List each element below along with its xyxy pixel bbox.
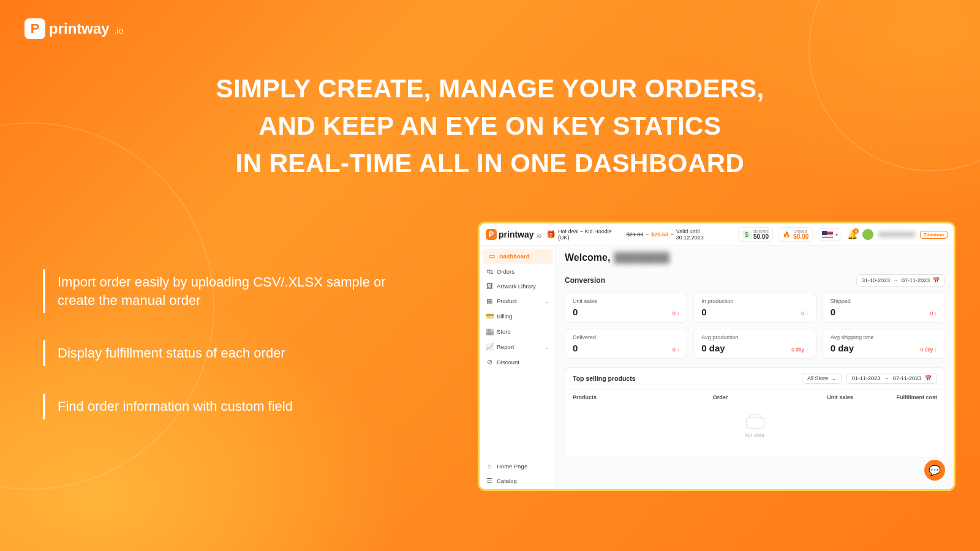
topbar: P printway .io 🎁 Hot deal – Kid Hoodie (… [480,223,954,246]
user-name-blurred [878,231,915,238]
chat-fab[interactable]: 💬 [924,460,945,481]
nav-discount[interactable]: ⊘ Discount [480,354,556,370]
app-logo[interactable]: P printway .io [486,229,541,240]
nav-catalog[interactable]: ☰ Catalog [480,473,556,489]
store-icon: 🏬 [486,328,493,335]
calendar-icon: 📅 [925,375,932,381]
date-from: 31-10-2023 [862,277,890,283]
col-products: Products [573,394,713,400]
nav-label: Report [497,343,514,350]
empty-state: No data [565,405,945,457]
nav-home-page[interactable]: ⌂ Home Page [480,459,556,473]
app-logo-badge: P [486,229,497,240]
chevron-down-icon: ⌄ [545,344,549,350]
top-selling-columns: Products Order Unit sales Fulfillment co… [565,389,945,405]
notifications-button[interactable]: 🔔 0 [847,230,858,239]
notification-badge: 0 [853,228,859,234]
hot-deal-text: Hot deal – Kid Hoodie (UK) [558,228,624,241]
top-selling-title: Top selling products [573,375,635,382]
chat-icon: 💬 [929,465,941,476]
nav-label: Artwork Library [497,283,536,290]
nav-label: Discount [497,359,519,365]
calendar-icon: 📅 [933,277,940,283]
bullet-3: Find order information with custom field [43,394,386,419]
discount-icon: ⊘ [486,358,493,366]
welcome-heading: Welcome, ████████ [565,252,945,263]
unpaid-box[interactable]: 🔥 Unpaid $0.00 [778,227,813,242]
billing-icon: 💳 [486,312,493,320]
balance-value: $0.00 [753,233,769,240]
report-icon: 📈 [486,343,493,351]
app-logo-suffix: .io [536,233,542,239]
hot-deal-price: $20.53 [651,231,668,238]
avatar[interactable] [862,229,873,240]
col-order: Order [713,394,783,400]
feature-bullets: Import order easily by uploading CSV/.XL… [43,269,386,447]
hero-line-3: IN REAL-TIME ALL IN ONE DASHBOARD [236,149,745,178]
flag-us-icon [822,231,833,238]
card-in-production: In production 00 ↓ [693,293,816,323]
nav-label: Product [497,298,517,304]
main-content: Welcome, ████████ Conversion 31-10-2023 … [556,246,954,491]
brand-logo: P printway .io [24,18,123,39]
card-avg-production: Avg production 0 day0 day ↓ [693,329,816,359]
locale-selector[interactable]: ▾ [818,228,842,241]
nav-label: Catalog [497,478,517,484]
card-shipped: Shipped 00 ↓ [823,293,945,323]
nav-label: Home Page [497,463,527,470]
balance-icon: $ [742,230,751,239]
date-to: 07-11-2023 [902,277,930,283]
hot-deal-banner[interactable]: 🎁 Hot deal – Kid Hoodie (UK) $21.03 – $2… [546,228,728,241]
balance-box[interactable]: $ Balance $0.00 [738,227,773,242]
catalog-icon: ☰ [486,477,493,485]
tier-badge: Titanium [920,231,948,239]
card-delivered: Delivered 00 ↓ [565,329,687,359]
welcome-name-blurred: ████████ [614,252,669,263]
nav-dashboard[interactable]: ▭ Dashboard [482,249,553,264]
unpaid-icon: 🔥 [782,230,791,239]
top-selling-date-range[interactable]: 01-11-2023 → 07-11-2023 📅 [846,373,937,384]
nav-report[interactable]: 📈 Report ⌄ [480,339,556,354]
hot-deal-valid: Valid until 30.12.2023 [676,228,728,241]
empty-box-icon [746,418,764,429]
bullet-1: Import order easily by uploading CSV/.XL… [43,269,386,313]
nav-store[interactable]: 🏬 Store [480,324,556,339]
chevron-down-icon: ▾ [835,232,838,238]
brand-logo-suffix: .io [115,26,124,36]
conversion-title: Conversion [565,276,605,285]
hero-line-2: AND KEEP AN EYE ON KEY STATICS [259,111,722,140]
dashboard-icon: ▭ [488,252,496,260]
card-unit-sales: Unit sales 00 ↓ [565,293,687,323]
dashboard-screenshot: P printway .io 🎁 Hot deal – Kid Hoodie (… [478,222,956,491]
nav-label: Orders [497,268,514,275]
orders-icon: 🛍 [486,268,493,275]
nav-billing[interactable]: 💳 Billing [480,309,556,324]
artwork-icon: 🖼 [486,282,493,290]
chevron-down-icon: ⌄ [832,376,836,381]
store-filter[interactable]: All Store ⌄ [802,373,842,384]
brand-logo-text: printway [49,20,110,37]
hot-deal-old-price: $21.03 [627,231,644,238]
nav-product[interactable]: ▦ Product ⌄ [480,293,556,309]
balance-label: Balance [753,229,769,233]
col-unit-sales: Unit sales [783,394,853,400]
brand-logo-badge: P [24,18,45,39]
col-fulfillment-cost: Fulfillment cost [853,394,937,400]
top-selling-header: Top selling products All Store ⌄ 01-11-2… [565,367,945,389]
nav-label: Billing [497,313,512,320]
unpaid-value: $0.00 [793,233,809,240]
chevron-down-icon: ⌄ [545,298,549,304]
nav-orders[interactable]: 🛍 Orders [480,264,556,279]
card-avg-shipping: Avg shipping time 0 day0 day ↓ [823,329,945,359]
nav-artwork-library[interactable]: 🖼 Artwork Library [480,279,556,293]
bullet-2: Display fulfillment status of each order [43,340,386,366]
nav-label: Store [497,328,511,335]
nav-label: Dashboard [499,253,530,260]
hero-headline: SIMPLY CREATE, MANAGE YOUR ORDERS, AND K… [92,70,888,182]
date-range-picker[interactable]: 31-10-2023 → 07-11-2023 📅 [856,274,945,287]
sidebar: ‹ ▭ Dashboard 🛍 Orders 🖼 Artwork Library… [480,246,556,491]
app-logo-text: printway [499,230,534,239]
gift-icon: 🎁 [546,230,556,239]
home-icon: ⌂ [486,462,493,470]
stat-cards: Unit sales 00 ↓ In production 00 ↓ Shipp… [565,293,945,359]
